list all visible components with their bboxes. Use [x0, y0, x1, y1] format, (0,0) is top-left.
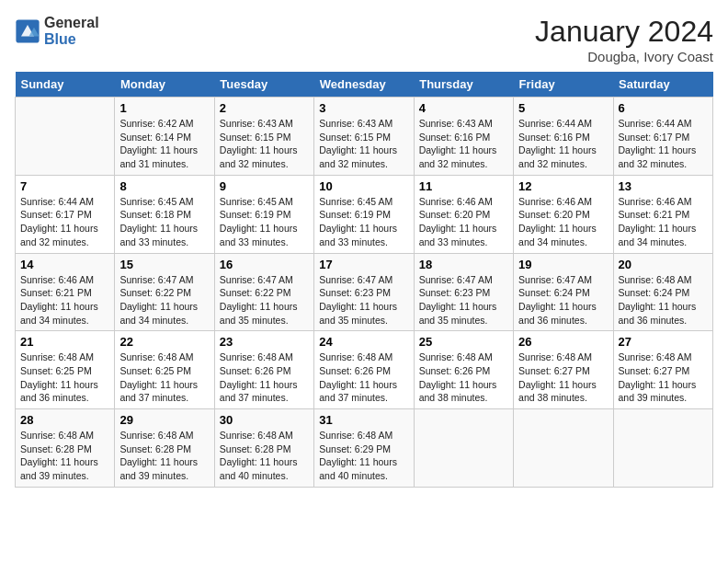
calendar-cell: 28Sunrise: 6:48 AMSunset: 6:28 PMDayligh… — [16, 409, 115, 488]
day-number: 17 — [319, 258, 408, 271]
day-header-tuesday: Tuesday — [214, 72, 313, 98]
cell-info: Sunrise: 6:43 AMSunset: 6:15 PMDaylight:… — [220, 117, 309, 171]
cell-info: Sunrise: 6:47 AMSunset: 6:24 PMDaylight:… — [518, 273, 608, 327]
cell-info: Sunrise: 6:48 AMSunset: 6:27 PMDaylight:… — [518, 350, 608, 405]
day-number: 1 — [119, 101, 209, 115]
calendar-cell — [613, 409, 712, 488]
calendar-cell: 3Sunrise: 6:43 AMSunset: 6:15 PMDaylight… — [314, 98, 414, 176]
cell-info: Sunrise: 6:45 AMSunset: 6:19 PMDaylight:… — [220, 195, 309, 249]
day-header-thursday: Thursday — [414, 72, 513, 98]
week-row-2: 7Sunrise: 6:44 AMSunset: 6:17 PMDaylight… — [16, 175, 713, 253]
day-number: 20 — [619, 258, 708, 271]
calendar-cell: 19Sunrise: 6:47 AMSunset: 6:24 PMDayligh… — [514, 253, 613, 331]
day-number: 4 — [419, 101, 508, 115]
day-number: 5 — [518, 101, 608, 115]
cell-info: Sunrise: 6:48 AMSunset: 6:26 PMDaylight:… — [319, 350, 408, 405]
day-number: 27 — [619, 335, 708, 349]
calendar-subtitle: Dougba, Ivory Coast — [535, 49, 713, 64]
calendar-cell: 9Sunrise: 6:45 AMSunset: 6:19 PMDaylight… — [214, 175, 313, 253]
cell-info: Sunrise: 6:48 AMSunset: 6:25 PMDaylight:… — [20, 350, 109, 405]
calendar-cell: 24Sunrise: 6:48 AMSunset: 6:26 PMDayligh… — [314, 331, 414, 409]
day-number: 25 — [419, 335, 508, 349]
calendar-cell: 15Sunrise: 6:47 AMSunset: 6:22 PMDayligh… — [115, 253, 214, 331]
cell-info: Sunrise: 6:47 AMSunset: 6:23 PMDaylight:… — [319, 273, 408, 327]
day-number: 31 — [319, 413, 408, 427]
cell-info: Sunrise: 6:46 AMSunset: 6:20 PMDaylight:… — [419, 195, 508, 249]
day-header-monday: Monday — [115, 72, 214, 98]
cell-info: Sunrise: 6:48 AMSunset: 6:27 PMDaylight:… — [619, 350, 708, 405]
calendar-cell: 21Sunrise: 6:48 AMSunset: 6:25 PMDayligh… — [16, 331, 115, 409]
day-number: 3 — [319, 101, 408, 115]
day-header-sunday: Sunday — [16, 72, 115, 98]
day-number: 29 — [119, 413, 209, 427]
day-header-saturday: Saturday — [613, 72, 712, 98]
cell-info: Sunrise: 6:47 AMSunset: 6:22 PMDaylight:… — [119, 273, 209, 327]
day-header-wednesday: Wednesday — [314, 72, 414, 98]
day-number: 15 — [119, 258, 209, 271]
cell-info: Sunrise: 6:43 AMSunset: 6:16 PMDaylight:… — [419, 117, 508, 171]
cell-info: Sunrise: 6:43 AMSunset: 6:15 PMDaylight:… — [319, 117, 408, 171]
calendar-cell: 1Sunrise: 6:42 AMSunset: 6:14 PMDaylight… — [115, 98, 214, 176]
cell-info: Sunrise: 6:48 AMSunset: 6:29 PMDaylight:… — [319, 429, 408, 483]
day-number: 2 — [220, 101, 309, 115]
cell-info: Sunrise: 6:48 AMSunset: 6:28 PMDaylight:… — [220, 429, 309, 483]
calendar-cell: 13Sunrise: 6:46 AMSunset: 6:21 PMDayligh… — [613, 175, 712, 253]
day-number: 22 — [119, 335, 209, 349]
calendar-cell: 23Sunrise: 6:48 AMSunset: 6:26 PMDayligh… — [214, 331, 313, 409]
day-number: 28 — [20, 413, 109, 427]
calendar-header-row: SundayMondayTuesdayWednesdayThursdayFrid… — [16, 72, 713, 98]
day-number: 14 — [20, 258, 109, 271]
calendar-cell: 18Sunrise: 6:47 AMSunset: 6:23 PMDayligh… — [414, 253, 513, 331]
week-row-1: 1Sunrise: 6:42 AMSunset: 6:14 PMDaylight… — [16, 98, 713, 176]
calendar-body: 1Sunrise: 6:42 AMSunset: 6:14 PMDaylight… — [16, 98, 713, 488]
cell-info: Sunrise: 6:42 AMSunset: 6:14 PMDaylight:… — [119, 117, 209, 171]
calendar-table: SundayMondayTuesdayWednesdayThursdayFrid… — [15, 72, 713, 488]
day-number: 23 — [220, 335, 309, 349]
day-number: 6 — [619, 101, 708, 115]
cell-info: Sunrise: 6:44 AMSunset: 6:17 PMDaylight:… — [619, 117, 708, 171]
calendar-cell: 22Sunrise: 6:48 AMSunset: 6:25 PMDayligh… — [115, 331, 214, 409]
calendar-cell: 4Sunrise: 6:43 AMSunset: 6:16 PMDaylight… — [414, 98, 513, 176]
calendar-cell: 7Sunrise: 6:44 AMSunset: 6:17 PMDaylight… — [16, 175, 115, 253]
day-number: 12 — [518, 179, 608, 193]
cell-info: Sunrise: 6:47 AMSunset: 6:22 PMDaylight:… — [220, 273, 309, 327]
logo-text: General Blue — [44, 15, 99, 47]
cell-info: Sunrise: 6:48 AMSunset: 6:25 PMDaylight:… — [119, 350, 209, 405]
calendar-cell: 30Sunrise: 6:48 AMSunset: 6:28 PMDayligh… — [214, 409, 313, 488]
cell-info: Sunrise: 6:46 AMSunset: 6:20 PMDaylight:… — [518, 195, 608, 249]
week-row-5: 28Sunrise: 6:48 AMSunset: 6:28 PMDayligh… — [16, 409, 713, 488]
calendar-cell: 17Sunrise: 6:47 AMSunset: 6:23 PMDayligh… — [314, 253, 414, 331]
day-number: 10 — [319, 179, 408, 193]
day-number: 7 — [20, 179, 109, 193]
cell-info: Sunrise: 6:48 AMSunset: 6:26 PMDaylight:… — [220, 350, 309, 405]
cell-info: Sunrise: 6:48 AMSunset: 6:28 PMDaylight:… — [20, 429, 109, 483]
calendar-cell: 10Sunrise: 6:45 AMSunset: 6:19 PMDayligh… — [314, 175, 414, 253]
logo-line1: General — [44, 15, 99, 31]
logo-icon — [15, 18, 40, 44]
cell-info: Sunrise: 6:45 AMSunset: 6:18 PMDaylight:… — [119, 195, 209, 249]
cell-info: Sunrise: 6:46 AMSunset: 6:21 PMDaylight:… — [619, 195, 708, 249]
cell-info: Sunrise: 6:48 AMSunset: 6:24 PMDaylight:… — [619, 273, 708, 327]
day-number: 19 — [518, 258, 608, 271]
cell-info: Sunrise: 6:46 AMSunset: 6:21 PMDaylight:… — [20, 273, 109, 327]
week-row-3: 14Sunrise: 6:46 AMSunset: 6:21 PMDayligh… — [16, 253, 713, 331]
day-number: 13 — [619, 179, 708, 193]
calendar-cell: 26Sunrise: 6:48 AMSunset: 6:27 PMDayligh… — [514, 331, 613, 409]
cell-info: Sunrise: 6:47 AMSunset: 6:23 PMDaylight:… — [419, 273, 508, 327]
calendar-cell: 11Sunrise: 6:46 AMSunset: 6:20 PMDayligh… — [414, 175, 513, 253]
day-number: 11 — [419, 179, 508, 193]
cell-info: Sunrise: 6:45 AMSunset: 6:19 PMDaylight:… — [319, 195, 408, 249]
day-number: 30 — [220, 413, 309, 427]
day-number: 9 — [220, 179, 309, 193]
cell-info: Sunrise: 6:48 AMSunset: 6:26 PMDaylight:… — [419, 350, 508, 405]
calendar-cell: 25Sunrise: 6:48 AMSunset: 6:26 PMDayligh… — [414, 331, 513, 409]
calendar-cell: 8Sunrise: 6:45 AMSunset: 6:18 PMDaylight… — [115, 175, 214, 253]
calendar-cell: 27Sunrise: 6:48 AMSunset: 6:27 PMDayligh… — [613, 331, 712, 409]
calendar-cell: 31Sunrise: 6:48 AMSunset: 6:29 PMDayligh… — [314, 409, 414, 488]
week-row-4: 21Sunrise: 6:48 AMSunset: 6:25 PMDayligh… — [16, 331, 713, 409]
calendar-cell: 5Sunrise: 6:44 AMSunset: 6:16 PMDaylight… — [514, 98, 613, 176]
calendar-cell: 6Sunrise: 6:44 AMSunset: 6:17 PMDaylight… — [613, 98, 712, 176]
day-number: 21 — [20, 335, 109, 349]
logo-line2: Blue — [44, 31, 99, 48]
calendar-cell — [16, 98, 115, 176]
